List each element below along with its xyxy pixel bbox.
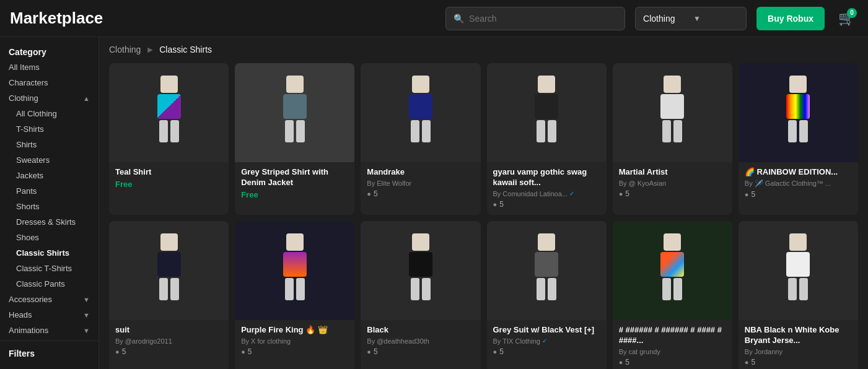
item-card-grey-suit-vest[interactable]: Grey Suit w/ Black Vest [+] By TIX Cloth… <box>487 221 607 369</box>
sidebar-item-t-shirts[interactable]: T-Shirts <box>0 121 99 137</box>
sidebar-item-jackets[interactable]: Jackets <box>0 168 99 183</box>
item-info: suit By @arodrigo2011 ● 5 <box>109 320 229 362</box>
item-thumbnail <box>487 63 607 162</box>
creator-name: Comunidad Latinoa... <box>502 190 568 198</box>
sidebar-item-characters[interactable]: Characters <box>0 75 99 90</box>
sidebar-item-classic-t-shirts[interactable]: Classic T-Shirts <box>0 261 99 276</box>
sidebar-label-classic-pants: Classic Pants <box>16 279 65 289</box>
sidebar-item-all-items[interactable]: All Items <box>0 59 99 75</box>
item-name: 🌈 RAINBOW EDITION... <box>745 167 852 178</box>
avatar-head <box>538 76 555 93</box>
verified-icon: ✓ <box>569 190 574 197</box>
breadcrumb-parent[interactable]: Clothing <box>109 45 141 54</box>
rating-value: 5 <box>751 190 755 199</box>
avatar-body <box>157 94 181 119</box>
sidebar-item-shorts[interactable]: Shorts <box>0 199 99 214</box>
breadcrumb-current: Classic Shirts <box>159 45 212 54</box>
item-thumbnail <box>613 63 732 162</box>
item-card-black[interactable]: Black By @deathhead30th ● 5 <box>361 221 480 369</box>
avatar-leg-right <box>170 120 179 142</box>
creator-name: Jordanny <box>755 348 783 355</box>
cart-badge: 0 <box>847 8 857 18</box>
sidebar-item-clothing[interactable]: Clothing ▲ <box>0 90 99 106</box>
avatar-leg-right <box>170 278 179 300</box>
sidebar-item-classic-shirts[interactable]: Classic Shirts <box>0 245 99 261</box>
avatar-body <box>283 94 307 119</box>
item-card-suit[interactable]: suit By @arodrigo2011 ● 5 <box>109 221 229 369</box>
item-rating: ● 5 <box>367 189 474 198</box>
item-creator: By @arodrigo2011 <box>115 337 222 345</box>
rating-value: 5 <box>374 189 378 198</box>
sidebar-item-sweaters[interactable]: Sweaters <box>0 152 99 168</box>
avatar-leg-left <box>788 278 797 300</box>
item-name: Martial Artist <box>619 167 726 178</box>
creator-prefix: By <box>745 180 753 187</box>
sidebar-item-shoes[interactable]: Shoes <box>0 230 99 245</box>
sidebar-divider <box>0 341 99 341</box>
rating-value: 5 <box>499 347 504 356</box>
item-info: NBA Black n White Kobe Bryant Jerse... B… <box>739 320 858 369</box>
rating-icon: ● <box>115 348 120 355</box>
sidebar-label-classic-shirts: Classic Shirts <box>16 248 69 258</box>
item-rating: ● 5 <box>241 347 348 356</box>
chevron-down-icon: ▼ <box>693 14 739 23</box>
item-rating: ● 5 <box>115 347 222 356</box>
item-name: Grey Suit w/ Black Vest [+] <box>493 325 600 336</box>
avatar-leg-left <box>411 278 419 300</box>
main-content: Clothing ► Classic Shirts Teal Shirt Fre… <box>99 37 868 369</box>
sidebar-label-dresses-skirts: Dresses & Skirts <box>16 217 76 227</box>
item-card-martial-artist[interactable]: Martial Artist By @ KyoAsian ● 5 <box>613 63 732 215</box>
avatar-leg-left <box>662 120 671 142</box>
item-card-gyaru-gothic[interactable]: gyaru vamp gothic swag kawaii soft... By… <box>487 63 607 215</box>
sidebar-item-animations[interactable]: Animations ▼ <box>0 323 99 338</box>
items-grid: Teal Shirt Free Grey Striped Shirt with … <box>109 63 858 369</box>
item-card-mandrake[interactable]: Mandrake By Elite Wolfor ● 5 <box>361 63 480 215</box>
avatar-head <box>538 233 555 251</box>
avatar-leg-left <box>285 278 294 300</box>
avatar-leg-right <box>296 278 305 300</box>
item-card-purple-fire[interactable]: Purple Fire King 🔥 👑 By X for clothing ●… <box>235 221 354 369</box>
category-dropdown[interactable]: Clothing ▼ <box>635 7 747 30</box>
item-creator: By TIX Clothing ✓ <box>493 337 600 345</box>
sidebar-item-heads[interactable]: Heads ▼ <box>0 307 99 323</box>
avatar-body <box>157 252 181 277</box>
sidebar-item-shirts[interactable]: Shirts <box>0 137 99 152</box>
creator-name: KyoAsian <box>638 180 666 187</box>
rating-value: 5 <box>625 189 629 198</box>
sidebar-item-all-clothing[interactable]: All Clothing <box>0 106 99 121</box>
item-card-hashtag-shirt[interactable]: # ###### # ###### # #### # ####... By ca… <box>613 221 732 369</box>
avatar-leg-left <box>537 278 545 300</box>
avatar-head <box>286 76 304 93</box>
sidebar-item-dresses-skirts[interactable]: Dresses & Skirts <box>0 214 99 230</box>
sidebar-item-accessories[interactable]: Accessories ▼ <box>0 292 99 307</box>
sidebar-item-pants[interactable]: Pants <box>0 183 99 199</box>
sidebar-item-classic-pants[interactable]: Classic Pants <box>0 276 99 292</box>
avatar-figure <box>525 233 568 308</box>
item-card-rainbow-edition[interactable]: 🌈 RAINBOW EDITION... By 🪡 Galactic Cloth… <box>739 63 858 215</box>
item-creator: By Elite Wolfor <box>367 180 474 187</box>
search-input[interactable] <box>469 14 617 24</box>
rating-icon: ● <box>367 190 371 198</box>
item-info: Teal Shirt Free <box>109 162 229 197</box>
cart-button[interactable]: 🛒 0 <box>835 7 858 30</box>
app-title: Marketplace <box>10 9 103 28</box>
buy-robux-button[interactable]: Buy Robux <box>756 7 825 30</box>
item-name: Grey Striped Shirt with Denim Jacket <box>241 167 348 188</box>
creator-prefix: By <box>493 190 501 198</box>
item-card-nba-kobe[interactable]: NBA Black n White Kobe Bryant Jerse... B… <box>739 221 858 369</box>
rating-icon: ● <box>367 348 371 355</box>
item-card-grey-striped[interactable]: Grey Striped Shirt with Denim Jacket Fre… <box>235 63 354 215</box>
item-price: Free <box>241 190 348 199</box>
item-thumbnail <box>613 221 732 320</box>
search-bar[interactable]: 🔍 <box>445 7 625 30</box>
item-thumbnail <box>235 221 354 320</box>
item-rating: ● 5 <box>493 347 600 356</box>
item-rating: ● 5 <box>367 347 474 356</box>
creator-prefix: By @ <box>619 180 636 187</box>
avatar-leg-right <box>799 278 808 300</box>
item-name: suit <box>115 325 222 336</box>
item-card-teal-shirt[interactable]: Teal Shirt Free <box>109 63 229 215</box>
item-rating: ● 5 <box>745 358 852 367</box>
item-rating: ● 5 <box>745 190 852 199</box>
breadcrumb-separator: ► <box>146 45 154 54</box>
